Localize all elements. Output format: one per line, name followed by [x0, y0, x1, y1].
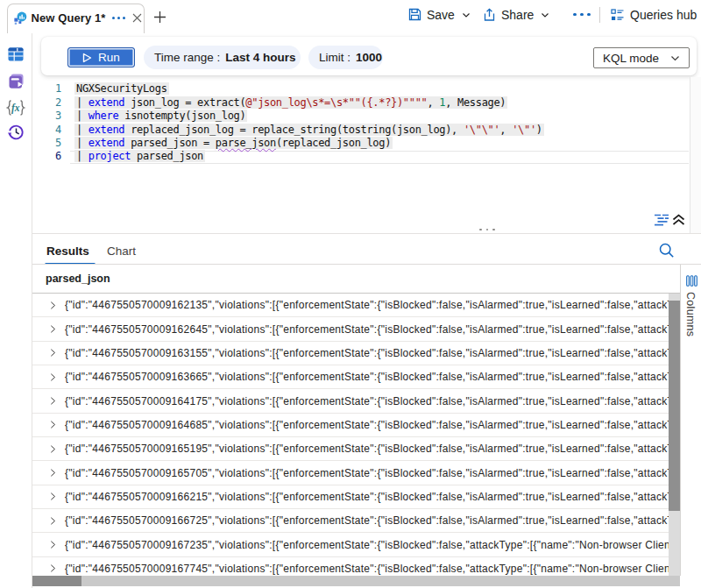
- result-row[interactable]: {"id":"4467550570009167745","violations"…: [32, 557, 669, 576]
- row-json-text: {"id":"4467550570009166725","violations"…: [65, 514, 669, 527]
- time-range-picker[interactable]: Time range : Last 4 hours: [144, 46, 301, 69]
- row-json-text: {"id":"4467550570009164685","violations"…: [65, 419, 669, 431]
- share-button[interactable]: Share: [483, 0, 550, 29]
- tab-more-options-icon[interactable]: [112, 17, 125, 19]
- editor-line-number: 2: [32, 96, 61, 110]
- results-tab-strip: Results Chart: [32, 234, 701, 265]
- tab-close-icon[interactable]: [131, 11, 144, 25]
- svg-text:fx: fx: [11, 103, 20, 114]
- editor-line-text: | where isnotempty(json_log): [74, 110, 247, 123]
- tab-results[interactable]: Results: [46, 244, 89, 258]
- row-json-text: {"id":"4467550570009167235","violations"…: [65, 539, 669, 551]
- editor-line[interactable]: 3 | where isnotempty(json_log): [32, 110, 690, 123]
- tab-new-query-1[interactable]: New Query 1*: [7, 4, 145, 33]
- query-editor[interactable]: 1 NGXSecurityLogs 2 | extend json_log = …: [32, 76, 690, 233]
- results-grid: {"id":"4467550570009162135","violations"…: [32, 294, 669, 576]
- row-json-text: {"id":"4467550570009167745","violations"…: [65, 563, 669, 575]
- row-json-text: {"id":"4467550570009162135","violations"…: [65, 299, 669, 311]
- kusto-query-icon: [14, 11, 27, 25]
- time-range-value: Last 4 hours: [225, 51, 295, 64]
- run-button[interactable]: Run: [67, 47, 135, 67]
- editor-line[interactable]: 4 | extend replaced_json_log = replace_s…: [32, 124, 690, 137]
- plus-icon: [153, 11, 166, 24]
- sidebar-tables-icon[interactable]: [4, 43, 27, 66]
- row-expand-chevron-icon[interactable]: [48, 396, 57, 406]
- pane-resize-handle[interactable]: [479, 227, 495, 232]
- row-expand-chevron-icon[interactable]: [48, 516, 57, 526]
- editor-actions: [654, 211, 689, 229]
- result-row[interactable]: {"id":"4467550570009163665","violations"…: [32, 365, 669, 389]
- result-row[interactable]: {"id":"4467550570009163155","violations"…: [32, 342, 669, 365]
- editor-line[interactable]: 2 | extend json_log = extract(@"json_log…: [32, 96, 690, 110]
- sidebar-history-icon[interactable]: [4, 121, 27, 144]
- editor-line-text: | extend replaced_json_log = replace_str…: [74, 124, 544, 137]
- vertical-scrollbar-thumb[interactable]: [669, 301, 680, 511]
- grid-header-row[interactable]: parsed_json: [32, 265, 681, 294]
- save-label: Save: [427, 8, 455, 22]
- query-mode-chevron-down-icon: [669, 53, 681, 64]
- result-row[interactable]: {"id":"4467550570009165195","violations"…: [32, 437, 669, 461]
- left-sidebar: fx: [0, 33, 32, 588]
- tab-label: New Query 1*: [32, 11, 106, 25]
- editor-line-number: 4: [32, 124, 61, 137]
- row-expand-chevron-icon[interactable]: [48, 444, 57, 454]
- query-mode-select[interactable]: KQL mode: [593, 47, 690, 68]
- row-expand-chevron-icon[interactable]: [48, 563, 57, 573]
- row-expand-chevron-icon[interactable]: [48, 372, 57, 382]
- sidebar-saved-scripts-icon[interactable]: [4, 70, 27, 93]
- row-expand-chevron-icon[interactable]: [48, 420, 57, 429]
- vertical-scrollbar[interactable]: [669, 294, 680, 576]
- result-row[interactable]: {"id":"4467550570009167235","violations"…: [32, 533, 669, 556]
- horizontal-scrollbar-thumb[interactable]: [32, 576, 81, 586]
- search-results-icon[interactable]: [658, 242, 676, 259]
- row-json-text: {"id":"4467550570009163155","violations"…: [65, 347, 669, 359]
- save-icon: [408, 8, 421, 21]
- share-icon: [483, 8, 496, 22]
- result-row[interactable]: {"id":"4467550570009166725","violations"…: [32, 509, 669, 533]
- queries-hub-button[interactable]: Queries hub: [611, 0, 701, 29]
- format-query-icon[interactable]: [654, 214, 669, 227]
- time-range-label: Time range :: [154, 51, 220, 64]
- save-button[interactable]: Save: [408, 0, 471, 29]
- editor-line-number: 3: [32, 110, 61, 123]
- tab-chart[interactable]: Chart: [107, 244, 136, 258]
- horizontal-scrollbar[interactable]: [32, 576, 680, 586]
- editor-line[interactable]: 5 | extend parsed_json = parse_json(repl…: [32, 137, 690, 150]
- row-expand-chevron-icon[interactable]: [48, 492, 57, 501]
- result-row[interactable]: {"id":"4467550570009164175","violations"…: [32, 389, 669, 413]
- limit-value: 1000: [356, 51, 382, 64]
- sidebar-functions-icon[interactable]: fx: [4, 96, 27, 119]
- columns-side-panel[interactable]: Columns: [680, 265, 701, 576]
- limit-picker[interactable]: Limit : 1000: [308, 46, 383, 69]
- result-row[interactable]: {"id":"4467550570009166215","violations"…: [32, 485, 669, 509]
- query-mode-value: KQL mode: [603, 52, 669, 65]
- editor-line-text: NGXSecurityLogs: [74, 82, 169, 96]
- editor-line-number: 1: [32, 82, 61, 96]
- row-json-text: {"id":"4467550570009163665","violations"…: [65, 371, 669, 383]
- result-row[interactable]: {"id":"4467550570009162645","violations"…: [32, 317, 669, 341]
- editor-right-gutter: [690, 77, 701, 233]
- save-chevron-down-icon[interactable]: [461, 10, 471, 20]
- row-expand-chevron-icon[interactable]: [48, 324, 57, 334]
- result-row[interactable]: {"id":"4467550570009165705","violations"…: [32, 461, 669, 485]
- result-row[interactable]: {"id":"4467550570009164685","violations"…: [32, 414, 669, 437]
- row-expand-chevron-icon[interactable]: [48, 301, 57, 310]
- row-json-text: {"id":"4467550570009165195","violations"…: [65, 443, 669, 455]
- queries-hub-icon: [611, 9, 625, 21]
- row-expand-chevron-icon[interactable]: [48, 468, 57, 478]
- row-json-text: {"id":"4467550570009164175","violations"…: [65, 395, 669, 407]
- collapse-editor-icon[interactable]: [672, 214, 685, 226]
- new-tab-button[interactable]: [152, 10, 166, 24]
- app-window: New Query 1* Save Share: [0, 0, 701, 588]
- editor-line[interactable]: 1 NGXSecurityLogs: [32, 82, 690, 96]
- editor-line[interactable]: 6 | project parsed_json: [32, 150, 690, 163]
- more-actions-button[interactable]: [570, 0, 594, 29]
- row-expand-chevron-icon[interactable]: [48, 348, 57, 358]
- share-chevron-down-icon[interactable]: [540, 10, 550, 20]
- result-row[interactable]: {"id":"4467550570009162135","violations"…: [32, 294, 669, 317]
- row-expand-chevron-icon[interactable]: [48, 540, 57, 549]
- column-header-parsed-json[interactable]: parsed_json: [46, 273, 110, 285]
- toolbar-divider: [599, 7, 600, 23]
- run-label: Run: [98, 51, 120, 64]
- editor-line-text: | extend parsed_json = parse_json(replac…: [74, 137, 393, 150]
